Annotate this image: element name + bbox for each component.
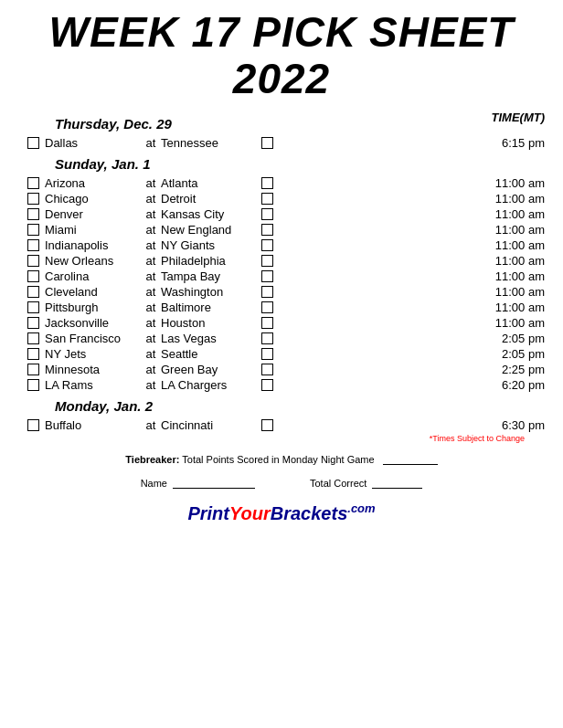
team-greenbay: Green Bay xyxy=(161,363,261,376)
checkbox-away-denver[interactable] xyxy=(27,208,39,220)
checkbox-home-nygiants[interactable] xyxy=(261,239,273,251)
checkbox-away-cleveland[interactable] xyxy=(27,286,39,298)
checkbox-away-buffalo[interactable] xyxy=(27,419,39,431)
footer-print: Print xyxy=(187,503,229,523)
checkbox-home-atlanta[interactable] xyxy=(261,177,273,189)
at-text: at xyxy=(141,418,161,432)
table-row: LA Rams at LA Chargers 6:20 pm xyxy=(27,377,545,393)
checkbox-away-arizona[interactable] xyxy=(27,177,39,189)
tiebreaker-label: Tiebreaker: xyxy=(125,454,179,465)
tiebreaker-text: Total Points Scored in Monday Night Game xyxy=(182,454,374,465)
name-field: Name xyxy=(141,478,255,489)
time-header: TIME(MT) xyxy=(492,111,545,124)
table-row: Jacksonville at Houston 11:00 am xyxy=(27,315,545,331)
checkbox-away-nyjets[interactable] xyxy=(27,348,39,360)
checkbox-away-sf[interactable] xyxy=(27,332,39,344)
checkbox-home-detroit[interactable] xyxy=(261,193,273,205)
checkbox-away-pittsburgh[interactable] xyxy=(27,301,39,313)
footer-com: .com xyxy=(347,501,375,515)
tiebreaker-line xyxy=(383,464,438,465)
checkbox-away-miami[interactable] xyxy=(27,224,39,236)
team-buffalo: Buffalo xyxy=(45,418,141,432)
table-row: NY Jets at Seattle 2:05 pm xyxy=(27,346,545,362)
checkbox-home-washington[interactable] xyxy=(261,286,273,298)
checkbox-away-dallas[interactable] xyxy=(27,137,39,149)
checkbox-home-houston[interactable] xyxy=(261,317,273,329)
game-time-sf: 2:05 pm xyxy=(282,332,545,345)
team-neworleans: New Orleans xyxy=(45,254,141,268)
game-time-buffalo: 6:30 pm xyxy=(282,418,545,432)
name-label: Name xyxy=(141,478,167,489)
footer-your: Your xyxy=(229,503,271,523)
checkbox-away-carolina[interactable] xyxy=(27,270,39,282)
table-row: Pittsburgh at Baltimore 11:00 am xyxy=(27,300,545,315)
section-thursday: Thursday, Dec. 29 Dallas at Tennessee 6:… xyxy=(27,116,545,151)
checkbox-away-minnesota[interactable] xyxy=(27,364,39,375)
checkbox-away-indy[interactable] xyxy=(27,239,39,251)
checkbox-home-newengland[interactable] xyxy=(261,224,273,236)
checkbox-away-jacksonville[interactable] xyxy=(27,317,39,329)
team-arizona: Arizona xyxy=(45,176,141,190)
table-row: New Orleans at Philadelphia 11:00 am xyxy=(27,253,545,269)
team-lachargers: LA Chargers xyxy=(161,378,261,392)
team-carolina: Carolina xyxy=(45,269,141,283)
game-time-minnesota: 2:25 pm xyxy=(282,363,545,376)
game-time-jacksonville: 11:00 am xyxy=(282,316,545,330)
game-time-neworleans: 11:00 am xyxy=(282,254,545,268)
total-correct-underline xyxy=(372,488,422,489)
checkbox-home-greenbay[interactable] xyxy=(261,364,273,375)
checkbox-home-baltimore[interactable] xyxy=(261,301,273,313)
table-row: Indianapolis at NY Giants 11:00 am xyxy=(27,237,545,253)
team-denver: Denver xyxy=(45,207,141,221)
table-row: Carolina at Tampa Bay 11:00 am xyxy=(27,269,545,284)
sunday-header: Sunday, Jan. 1 xyxy=(55,156,545,172)
table-row: Miami at New England 11:00 am xyxy=(27,222,545,237)
team-tennessee: Tennessee xyxy=(161,136,261,150)
team-washington: Washington xyxy=(161,285,261,299)
table-row: Cleveland at Washington 11:00 am xyxy=(27,284,545,300)
game-time-indy: 11:00 am xyxy=(282,238,545,252)
checkbox-home-kc[interactable] xyxy=(261,208,273,220)
at-text: at xyxy=(141,316,161,330)
game-time-miami: 11:00 am xyxy=(282,223,545,237)
team-cincinnati: Cincinnati xyxy=(161,418,261,432)
footer-brand: PrintYourBrackets.com xyxy=(18,501,545,524)
footer-brackets: Brackets xyxy=(271,503,348,523)
game-time-denver: 11:00 am xyxy=(282,207,545,221)
checkbox-away-neworleans[interactable] xyxy=(27,255,39,267)
checkbox-home-seattle[interactable] xyxy=(261,348,273,360)
checkbox-away-chicago[interactable] xyxy=(27,193,39,205)
at-text: at xyxy=(141,192,161,206)
checkbox-home-philly[interactable] xyxy=(261,255,273,267)
table-row: Dallas at Tennessee 6:15 pm xyxy=(27,135,545,151)
section-sunday: Sunday, Jan. 1 Arizona at Atlanta 11:00 … xyxy=(27,156,545,393)
table-row: Arizona at Atlanta 11:00 am xyxy=(27,175,545,191)
checkbox-home-tennessee[interactable] xyxy=(261,137,273,149)
table-row: Minnesota at Green Bay 2:25 pm xyxy=(27,362,545,377)
team-indy: Indianapolis xyxy=(45,238,141,252)
page-title: WEEK 17 PICK SHEET 2022 xyxy=(18,9,545,101)
at-text: at xyxy=(141,347,161,361)
team-baltimore: Baltimore xyxy=(161,301,261,314)
team-newengland: New England xyxy=(161,223,261,237)
team-chicago: Chicago xyxy=(45,192,141,206)
game-time-dallas: 6:15 pm xyxy=(282,136,545,150)
team-larams: LA Rams xyxy=(45,378,141,392)
checkbox-home-lachargers[interactable] xyxy=(261,379,273,391)
name-row: Name Total Correct xyxy=(18,478,545,489)
checkbox-home-lasvegas[interactable] xyxy=(261,332,273,344)
team-kc: Kansas City xyxy=(161,207,261,221)
checkbox-home-tampabay[interactable] xyxy=(261,270,273,282)
thursday-header: Thursday, Dec. 29 xyxy=(55,116,545,132)
team-dallas: Dallas xyxy=(45,136,141,150)
checkbox-away-larams[interactable] xyxy=(27,379,39,391)
game-time-larams: 6:20 pm xyxy=(282,378,545,392)
table-row: San Francisco at Las Vegas 2:05 pm xyxy=(27,331,545,346)
table-row: Buffalo at Cincinnati 6:30 pm xyxy=(27,417,545,433)
at-text: at xyxy=(141,285,161,299)
checkbox-home-cincinnati[interactable] xyxy=(261,419,273,431)
at-text: at xyxy=(141,254,161,268)
at-text: at xyxy=(141,238,161,252)
team-tampabay: Tampa Bay xyxy=(161,269,261,283)
game-time-carolina: 11:00 am xyxy=(282,269,545,283)
